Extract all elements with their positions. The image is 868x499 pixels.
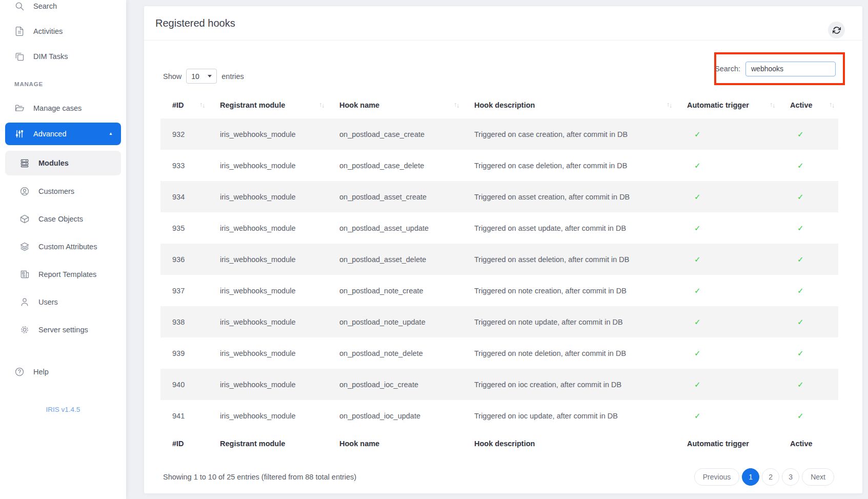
sidebar-item-server-settings[interactable]: Server settings [0, 316, 126, 344]
chevron-down-icon [208, 75, 212, 77]
sort-icon: ↑↓ [667, 102, 672, 109]
cell-hook-description: Triggered on case deletion, after commit… [474, 162, 687, 170]
active-check-icon: ✓ [790, 411, 838, 421]
footer-column-module: Registrant module [220, 440, 339, 448]
auto-trigger-check-icon: ✓ [687, 255, 790, 264]
cell-hook-name: on_postload_note_create [339, 287, 474, 295]
activities-icon [14, 26, 25, 36]
sidebar-item-customers[interactable]: Customers [0, 177, 126, 205]
cell-registrant-module: iris_webhooks_module [220, 130, 339, 138]
customers-icon [19, 186, 30, 196]
sidebar-item-modules[interactable]: Modules [5, 151, 121, 175]
sidebar-item-case-objects[interactable]: Case Objects [0, 205, 126, 233]
search-input[interactable] [745, 62, 836, 76]
auto-trigger-check-icon: ✓ [687, 411, 790, 421]
pagination-page-1-button[interactable]: 1 [742, 468, 759, 486]
folder-icon [14, 103, 25, 113]
table-row[interactable]: 938 iris_webhooks_module on_postload_not… [160, 306, 838, 337]
sidebar-item-label: Report Templates [38, 270, 96, 278]
pagination-page-2-button[interactable]: 2 [762, 468, 779, 486]
pagination-next-button[interactable]: Next [802, 468, 834, 486]
table-row[interactable]: 940 iris_webhooks_module on_postload_ioc… [160, 369, 838, 400]
sidebar-item-label: Advanced [33, 130, 67, 138]
table-row[interactable]: 932 iris_webhooks_module on_postload_cas… [160, 118, 838, 150]
cell-id: 935 [160, 224, 220, 232]
table-row[interactable]: 935 iris_webhooks_module on_postload_ass… [160, 212, 838, 244]
table-row[interactable]: 939 iris_webhooks_module on_postload_not… [160, 337, 838, 369]
hooks-table: #ID ↑↓ Registrant module ↑↓ Hook name ↑↓… [160, 91, 838, 456]
table-row[interactable]: 933 iris_webhooks_module on_postload_cas… [160, 150, 838, 181]
auto-trigger-check-icon: ✓ [687, 380, 790, 389]
cell-hook-description: Triggered on ioc update, after commit in… [474, 412, 687, 420]
table-row[interactable]: 936 iris_webhooks_module on_postload_ass… [160, 244, 838, 275]
active-check-icon: ✓ [790, 224, 838, 233]
cell-hook-description: Triggered on note creation, after commit… [474, 287, 687, 295]
entries-select[interactable]: 10 [186, 69, 217, 84]
card-header: Registered hooks [144, 6, 862, 41]
active-check-icon: ✓ [790, 380, 838, 389]
sidebar-item-label: Activities [33, 27, 63, 35]
column-header-description[interactable]: Hook description ↑↓ [474, 101, 687, 109]
cell-registrant-module: iris_webhooks_module [220, 412, 339, 420]
sidebar-item-advanced[interactable]: Advanced ▲ [5, 123, 121, 145]
search-label: Search: [715, 65, 740, 73]
auto-trigger-check-icon: ✓ [687, 349, 790, 358]
pagination: Previous 1 2 3 Next [694, 468, 834, 486]
sidebar-item-label: Search [33, 2, 57, 10]
cell-hook-name: on_postload_ioc_update [339, 412, 474, 420]
cell-id: 939 [160, 349, 220, 357]
sidebar-item-users[interactable]: Users [0, 288, 126, 316]
cell-hook-description: Triggered on case creation, after commit… [474, 130, 687, 138]
sort-icon: ↑↓ [454, 102, 459, 109]
sort-icon: ↑↓ [199, 102, 205, 109]
show-label: Show [163, 72, 181, 81]
cell-registrant-module: iris_webhooks_module [220, 318, 339, 326]
sidebar-item-manage-cases[interactable]: Manage cases [0, 95, 126, 121]
sidebar-item-label: Modules [38, 159, 69, 167]
sidebar-item-activities[interactable]: Activities [0, 18, 126, 44]
column-header-id[interactable]: #ID ↑↓ [160, 101, 220, 109]
active-check-icon: ✓ [790, 255, 838, 264]
auto-trigger-check-icon: ✓ [687, 317, 790, 327]
footer-column-hook-name: Hook name [339, 440, 474, 448]
table-row[interactable]: 941 iris_webhooks_module on_postload_ioc… [160, 400, 838, 431]
entries-control: Show 10 entries [163, 69, 244, 84]
entries-label: entries [221, 72, 244, 81]
footer-column-active: Active [790, 440, 838, 448]
entries-select-value: 10 [191, 72, 199, 81]
column-header-auto-trigger[interactable]: Automatic trigger ↑↓ [687, 101, 790, 109]
page-title: Registered hooks [155, 17, 235, 29]
sidebar-item-search[interactable]: Search [0, 0, 126, 18]
footer-column-id: #ID [160, 440, 220, 448]
cell-registrant-module: iris_webhooks_module [220, 162, 339, 170]
table-row[interactable]: 937 iris_webhooks_module on_postload_not… [160, 275, 838, 306]
column-header-hook-name[interactable]: Hook name ↑↓ [339, 101, 474, 109]
sidebar-item-label: Manage cases [33, 104, 82, 112]
cell-registrant-module: iris_webhooks_module [220, 255, 339, 264]
cell-id: 936 [160, 255, 220, 264]
active-check-icon: ✓ [790, 192, 838, 202]
search-icon [14, 1, 25, 11]
column-header-module[interactable]: Registrant module ↑↓ [220, 101, 339, 109]
table-row[interactable]: 934 iris_webhooks_module on_postload_ass… [160, 181, 838, 212]
modules-icon [19, 158, 30, 168]
sidebar-item-report-templates[interactable]: Report Templates [0, 261, 126, 288]
sidebar-item-label: Custom Attributes [38, 243, 97, 251]
column-header-active[interactable]: Active ↑↓ [790, 101, 838, 109]
app-version-link[interactable]: IRIS v1.4.5 [0, 406, 126, 413]
cell-hook-name: on_postload_asset_delete [339, 255, 474, 264]
pagination-previous-button[interactable]: Previous [694, 468, 739, 486]
sidebar-item-help[interactable]: Help [0, 359, 126, 384]
refresh-button[interactable] [828, 22, 845, 38]
help-icon [14, 367, 25, 377]
report-templates-icon [19, 269, 30, 280]
sidebar-item-dim-tasks[interactable]: DIM Tasks [0, 44, 126, 69]
cell-id: 937 [160, 287, 220, 295]
auto-trigger-check-icon: ✓ [687, 161, 790, 170]
pagination-page-3-button[interactable]: 3 [782, 468, 799, 486]
sidebar-item-custom-attributes[interactable]: Custom Attributes [0, 233, 126, 261]
auto-trigger-check-icon: ✓ [687, 286, 790, 295]
cell-hook-name: on_postload_case_create [339, 130, 474, 138]
cell-hook-description: Triggered on asset deletion, after commi… [474, 255, 687, 264]
sort-icon: ↑↓ [319, 102, 324, 109]
